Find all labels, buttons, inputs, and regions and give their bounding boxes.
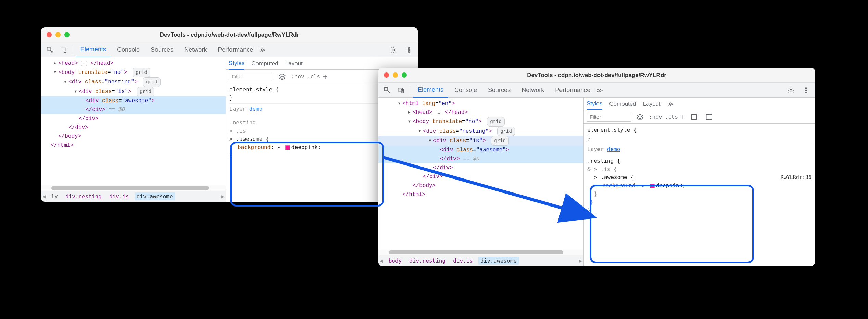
svg-point-10 [805, 90, 807, 91]
inspect-icon[interactable] [381, 84, 393, 96]
tab-sources[interactable]: Sources [146, 42, 178, 57]
subtab-styles[interactable]: Styles [229, 57, 244, 70]
inspect-icon[interactable] [44, 44, 56, 56]
awesome-rule: > .awesome { [587, 173, 812, 182]
tag-div-nesting[interactable]: <div [68, 79, 81, 85]
tag-body[interactable]: <body [413, 119, 429, 125]
grid-badge[interactable]: grid [143, 77, 161, 87]
tab-console[interactable]: Console [112, 42, 144, 57]
gear-icon[interactable] [785, 84, 797, 96]
tab-network[interactable]: Network [517, 83, 549, 98]
devtools-window-right: DevTools - cdpn.io/web-dot-dev/fullpage/… [378, 68, 815, 266]
dom-tree[interactable]: ▾<html lang="en"> ▸<head> … </head> ▾<bo… [378, 98, 583, 200]
tag-div-nesting[interactable]: <div [423, 128, 436, 134]
grid-badge[interactable]: grid [133, 68, 150, 77]
tab-elements[interactable]: Elements [76, 42, 111, 57]
divider [410, 86, 410, 95]
svg-point-4 [408, 49, 410, 51]
tag-head[interactable]: <head> [413, 109, 432, 116]
devtools-window-left: DevTools - cdpn.io/web-dot-dev/fullpage/… [41, 27, 418, 202]
chevron-left-icon[interactable]: ◀ [380, 257, 383, 264]
grid-badge[interactable]: grid [491, 136, 509, 146]
amp-is-rule: & > .is { [587, 165, 812, 173]
more-subtabs-icon[interactable]: ≫ [667, 100, 674, 108]
breadcrumb-partial[interactable]: ly [49, 192, 60, 200]
tab-network[interactable]: Network [179, 42, 212, 57]
color-swatch-deeppink[interactable] [650, 184, 655, 188]
breadcrumb-awesome[interactable]: div.awesome [135, 192, 175, 200]
dom-tree[interactable]: ▸<head> … </head> ▾<body translate="no">… [41, 57, 226, 151]
chevron-left-icon[interactable]: ◀ [42, 193, 46, 200]
plus-icon[interactable]: + [323, 72, 327, 81]
layers-icon[interactable] [634, 111, 646, 123]
cls-button[interactable]: .cls [665, 114, 678, 120]
tag-head[interactable]: <head> [58, 60, 78, 66]
tab-performance[interactable]: Performance [213, 42, 258, 57]
svg-point-11 [805, 92, 807, 93]
layer-demo-link[interactable]: demo [249, 106, 263, 112]
breadcrumb[interactable]: ◀ ly div.nesting div.is div.awesome ▶ [41, 191, 226, 202]
breadcrumb-awesome[interactable]: div.awesome [478, 257, 519, 265]
chevron-right-icon[interactable]: ▶ [221, 193, 224, 200]
subtab-computed[interactable]: Computed [609, 98, 636, 110]
grid-badge[interactable]: grid [137, 87, 154, 96]
subtab-computed[interactable]: Computed [251, 57, 278, 70]
layers-icon[interactable] [276, 70, 288, 83]
styles-content[interactable]: element.style { } Layer demo .nesting { … [584, 124, 815, 266]
tag-html[interactable]: <html [402, 101, 419, 107]
tab-console[interactable]: Console [450, 83, 482, 98]
breadcrumb-body[interactable]: body [387, 257, 404, 265]
filter-input[interactable] [587, 112, 631, 122]
scrollbar-horizontal[interactable] [378, 250, 583, 255]
hov-button[interactable]: :hov [649, 114, 662, 120]
dock-side-icon[interactable] [703, 111, 715, 123]
kebab-menu-icon[interactable] [800, 84, 812, 96]
subtab-layout[interactable]: Layout [643, 98, 661, 110]
grid-badge[interactable]: grid [487, 117, 505, 127]
hov-button[interactable]: :hov [291, 73, 304, 80]
scrollbar-horizontal[interactable] [41, 185, 226, 191]
color-swatch-deeppink[interactable] [285, 145, 290, 150]
ellipsis-badge[interactable]: … [436, 110, 441, 115]
breadcrumb-nesting[interactable]: div.nesting [407, 257, 448, 265]
tag-body[interactable]: <body [58, 69, 75, 76]
breadcrumb-is[interactable]: div.is [107, 192, 131, 200]
tag-div-is[interactable]: <div [79, 89, 92, 95]
svg-point-8 [790, 89, 792, 91]
breadcrumb-nesting[interactable]: div.nesting [63, 192, 104, 200]
subtab-styles[interactable]: Styles [587, 98, 602, 110]
source-link[interactable]: RwYLRdr:36 [781, 173, 812, 182]
dollar-zero: == $0 [463, 156, 479, 162]
plus-icon[interactable]: + [681, 112, 685, 121]
element-style-rule: element.style { [587, 127, 637, 133]
ellipsis-badge[interactable]: … [81, 61, 87, 66]
gear-icon[interactable] [388, 44, 400, 56]
tab-performance[interactable]: Performance [550, 83, 595, 98]
tag-div-awesome[interactable]: <div [440, 147, 453, 153]
device-toggle-icon[interactable] [395, 84, 407, 96]
breadcrumb[interactable]: ◀ body div.nesting div.is div.awesome ▶ [378, 255, 583, 266]
window-title: DevTools - cdpn.io/web-dot-dev/fullpage/… [41, 31, 418, 38]
device-toggle-icon[interactable] [58, 44, 70, 56]
filter-input[interactable] [229, 72, 273, 81]
cls-button[interactable]: .cls [307, 73, 320, 80]
nesting-rule-open: .nesting { [587, 158, 620, 164]
more-tabs-icon[interactable]: ≫ [596, 87, 603, 94]
subtab-layout[interactable]: Layout [285, 57, 303, 70]
tag-div-awesome[interactable]: <div [86, 98, 99, 104]
svg-point-3 [408, 47, 410, 48]
titlebar: DevTools - cdpn.io/web-dot-dev/fullpage/… [41, 27, 418, 42]
window-title: DevTools - cdpn.io/web-dot-dev/fullpage/… [378, 72, 815, 79]
breadcrumb-is[interactable]: div.is [451, 257, 475, 265]
divider [73, 45, 73, 54]
kebab-menu-icon[interactable] [403, 44, 415, 56]
layer-demo-link[interactable]: demo [607, 146, 620, 152]
chevron-right-icon[interactable]: ▶ [579, 257, 582, 264]
tab-elements[interactable]: Elements [413, 83, 448, 98]
grid-badge[interactable]: grid [497, 127, 515, 136]
svg-rect-12 [692, 114, 697, 119]
tab-sources[interactable]: Sources [483, 83, 515, 98]
computed-toggle-icon[interactable] [688, 111, 700, 123]
tag-div-is[interactable]: <div [433, 138, 446, 144]
more-tabs-icon[interactable]: ≫ [259, 46, 266, 54]
